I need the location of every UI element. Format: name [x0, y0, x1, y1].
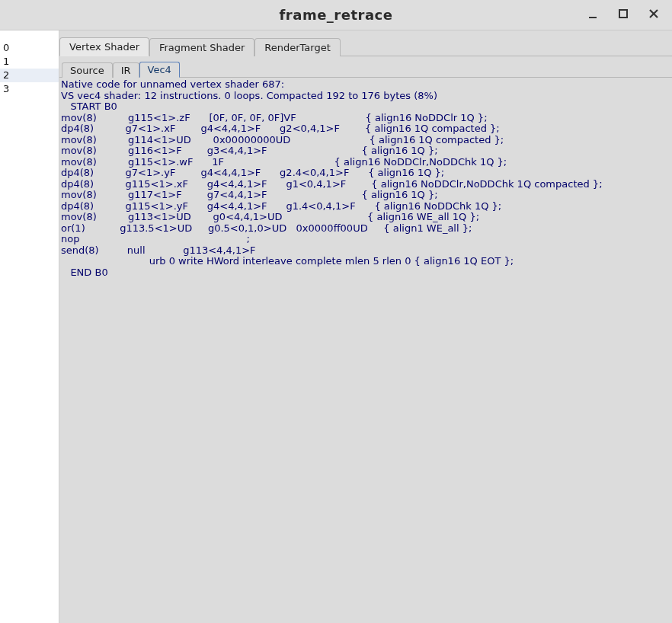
- gutter-row[interactable]: 2: [0, 69, 59, 82]
- titlebar: frame_retrace: [0, 0, 672, 30]
- tab-render-target[interactable]: RenderTarget: [254, 38, 341, 56]
- index-gutter[interactable]: 0 1 2 3: [0, 30, 59, 623]
- gutter-row[interactable]: 3: [0, 82, 59, 96]
- svg-rect-1: [619, 10, 627, 18]
- close-icon: [648, 8, 659, 19]
- window-controls: [581, 3, 666, 24]
- subtab-ir[interactable]: IR: [113, 62, 139, 78]
- subtab-vec4[interactable]: Vec4: [139, 62, 180, 78]
- subtab-panel: Native code for unnamed vertex shader 68…: [59, 77, 672, 278]
- window-title: frame_retrace: [280, 7, 393, 23]
- tab-vertex-shader[interactable]: Vertex Shader: [59, 37, 149, 56]
- close-button[interactable]: [642, 3, 666, 24]
- tab-bar: Vertex Shader Fragment Shader RenderTarg…: [59, 37, 672, 56]
- subtab-bar: Source IR Vec4: [59, 59, 672, 77]
- shader-code[interactable]: Native code for unnamed vertex shader 68…: [59, 78, 672, 278]
- subtab-source[interactable]: Source: [62, 62, 113, 78]
- minimize-icon: [587, 8, 598, 19]
- tab-panel: Source IR Vec4 Native code for unnamed v…: [59, 56, 672, 278]
- maximize-button[interactable]: [611, 3, 635, 24]
- gutter-row[interactable]: 1: [0, 55, 59, 69]
- client-area: 0 1 2 3 Vertex Shader Fragment Shader Re…: [0, 30, 672, 623]
- tab-fragment-shader[interactable]: Fragment Shader: [149, 38, 254, 56]
- minimize-button[interactable]: [581, 3, 605, 24]
- main-panel: Vertex Shader Fragment Shader RenderTarg…: [59, 30, 672, 623]
- gutter-row[interactable]: 0: [0, 41, 59, 55]
- maximize-icon: [618, 8, 629, 19]
